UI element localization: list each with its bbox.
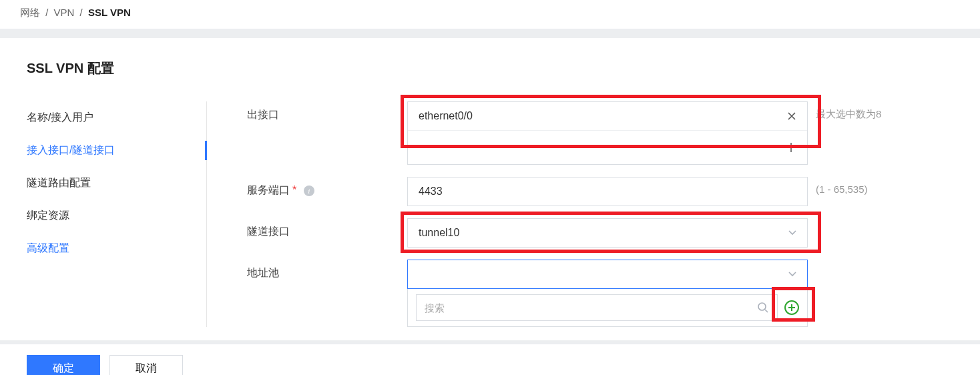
required-mark: * bbox=[292, 184, 296, 196]
config-sidebar: 名称/接入用户 接入接口/隧道接口 隧道路由配置 绑定资源 高级配置 bbox=[27, 101, 207, 327]
plus-icon[interactable] bbox=[786, 142, 796, 153]
breadcrumb-l2[interactable]: VPN bbox=[54, 7, 75, 18]
tunnel-interface-value: tunnel10 bbox=[419, 227, 459, 239]
out-interface-hint: 最大选中数为8 bbox=[816, 101, 881, 121]
breadcrumb-current: SSL VPN bbox=[88, 7, 131, 18]
add-icon[interactable] bbox=[784, 300, 799, 315]
chevron-down-icon bbox=[788, 272, 796, 277]
tunnel-interface-label: 隧道接口 bbox=[247, 218, 407, 239]
info-icon[interactable]: i bbox=[304, 185, 314, 196]
sidebar-item-bind-resource[interactable]: 绑定资源 bbox=[27, 200, 193, 232]
chevron-down-icon bbox=[788, 230, 796, 236]
breadcrumb-l1[interactable]: 网络 bbox=[20, 7, 40, 18]
service-port-hint: (1 - 65,535) bbox=[816, 177, 868, 195]
search-icon[interactable] bbox=[757, 302, 769, 314]
sidebar-item-advanced[interactable]: 高级配置 bbox=[27, 232, 193, 265]
service-port-label: 服务端口* i bbox=[247, 177, 407, 198]
tunnel-interface-select[interactable]: tunnel10 bbox=[407, 218, 808, 248]
breadcrumb-sep: / bbox=[80, 7, 83, 18]
out-interface-label: 出接口 bbox=[247, 101, 407, 122]
close-icon[interactable] bbox=[787, 111, 796, 121]
breadcrumb: 网络 / VPN / SSL VPN bbox=[0, 0, 980, 29]
out-interface-value: ethernet0/0 bbox=[419, 110, 473, 122]
address-pool-select[interactable] bbox=[407, 260, 808, 289]
sidebar-item-tunnel-route[interactable]: 隧道路由配置 bbox=[27, 167, 193, 200]
page-title: SSL VPN 配置 bbox=[27, 59, 953, 77]
breadcrumb-sep: / bbox=[45, 7, 48, 18]
address-pool-dropdown bbox=[407, 289, 808, 327]
sidebar-item-interface-tunnel[interactable]: 接入接口/隧道接口 bbox=[27, 134, 193, 167]
service-port-input[interactable] bbox=[407, 177, 808, 206]
ok-button[interactable]: 确定 bbox=[27, 355, 100, 375]
svg-point-0 bbox=[758, 303, 766, 310]
cancel-button[interactable]: 取消 bbox=[109, 355, 183, 375]
divider-bar bbox=[0, 29, 980, 38]
sidebar-item-name-user[interactable]: 名称/接入用户 bbox=[27, 101, 193, 134]
out-interface-select[interactable]: ethernet0/0 bbox=[407, 101, 808, 165]
address-pool-label: 地址池 bbox=[247, 260, 407, 280]
search-input[interactable] bbox=[425, 302, 757, 314]
